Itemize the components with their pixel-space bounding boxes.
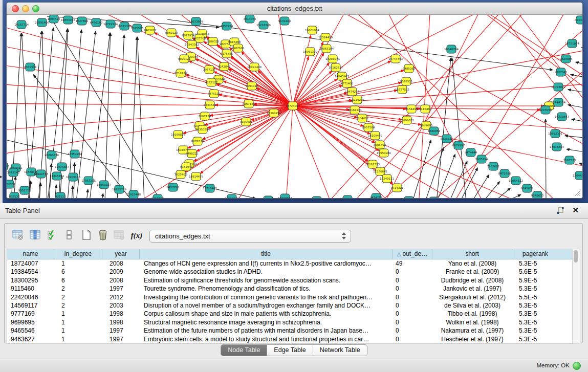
table-cell[interactable]: Embryonic stem cells: a model to study s… [140,335,393,343]
graph-edge[interactable] [546,119,546,198]
table-cell[interactable]: 5.3E-5 [512,326,558,335]
table-cell[interactable]: 5.5E-5 [512,293,558,301]
vertical-scrollbar[interactable] [572,249,580,344]
resize-grip-icon[interactable] [574,189,581,196]
table-cell[interactable]: 5.3E-5 [512,285,558,293]
delete-icon[interactable] [96,228,110,243]
table-cell[interactable]: 2 [54,293,102,301]
column-header-name[interactable]: name [7,249,54,259]
graph-edge[interactable] [416,55,582,198]
graph-edge[interactable] [581,47,582,50]
table-cell[interactable]: 2008 [102,276,140,285]
graph-edge[interactable] [137,37,144,198]
table-row[interactable]: 1938455462009Genome-wide association stu… [7,268,573,276]
table-cell[interactable]: 2009 [102,268,140,276]
table-cell[interactable]: 0 [393,310,432,318]
table-cell[interactable]: 22420046 [7,293,54,301]
select-columns-icon[interactable] [46,228,60,243]
graph-edge[interactable] [565,136,582,138]
function-builder-icon[interactable]: f(x) [129,228,144,243]
table-cell[interactable]: 9777169 [7,310,54,318]
table-selector-dropdown[interactable]: citations_edges.txt [149,230,351,243]
graph-edge[interactable] [576,62,582,65]
table-row[interactable]: 946554611997Estimation of the future num… [7,326,573,335]
table-cell[interactable]: 18300295 [7,276,54,285]
graph-edge[interactable] [275,15,293,106]
table-cell[interactable]: 0 [393,335,432,343]
table-cell[interactable]: 0 [393,326,432,335]
table-cell[interactable]: Dudbridge et al. (2008) [432,276,512,285]
close-panel-icon[interactable]: ✕ [572,206,579,215]
table-cell[interactable]: 5.9E-5 [512,276,558,285]
table-row[interactable]: 2242004622012Investigating the contribut… [7,293,573,301]
column-header-year[interactable]: year [102,249,140,259]
table-cell[interactable]: 9465546 [7,326,54,335]
table-cell[interactable]: 0 [393,268,432,276]
new-file-icon[interactable] [79,228,94,243]
table-cell[interactable]: Yano et al. (2008) [432,259,512,268]
table-cell[interactable]: 2012 [102,293,140,301]
table-cell[interactable]: 5.3E-5 [512,301,558,310]
graph-node[interactable] [264,196,273,198]
graph-edge[interactable] [313,15,582,155]
table-cell[interactable]: 1 [54,335,102,343]
panel-collapse-arrow[interactable]: ▸ [0,174,3,179]
graph-edge[interactable] [229,69,293,106]
graph-edge[interactable] [437,154,455,198]
graph-edge[interactable] [7,106,293,157]
table-cell[interactable]: 0 [393,276,432,285]
table-cell[interactable]: 0 [393,301,432,310]
citation-graph[interactable]: 1405571420591406189351410653287152760264… [7,15,582,198]
network-window-titlebar[interactable]: citations_edges.txt [7,3,582,15]
table-cell[interactable]: 1 [54,326,102,335]
table-cell[interactable]: 0 [393,293,432,301]
table-cell[interactable]: 2003 [102,301,140,310]
table-row[interactable]: 1456911722003Disruption of a novel membe… [7,301,573,310]
table-cell[interactable]: Disruption of a novel member of a sodium… [140,301,393,310]
table-cell[interactable]: 5.6E-5 [512,268,558,276]
table-cell[interactable]: 2 [54,285,102,293]
graph-edge[interactable] [460,168,477,198]
graph-edge[interactable] [60,15,293,106]
table-cell[interactable]: Nakamura et al. (1997) [432,326,512,335]
tab-edge-table[interactable]: Edge Table [267,345,313,356]
graph-edge[interactable] [572,119,582,122]
graph-edge[interactable] [86,189,88,198]
table-cell[interactable]: 19384554 [7,268,54,276]
graph-edge[interactable] [483,182,500,198]
column-header-short[interactable]: short [432,249,512,259]
table-row[interactable]: 946362711997Embryonic stem cells: a mode… [7,335,573,343]
table-cell[interactable]: Genome-wide association studies in ADHD. [140,268,393,276]
table-cell[interactable]: de Silva et al. (2003) [432,301,512,310]
table-cell[interactable]: Corpus callosum shape and size in male p… [140,310,393,318]
graph-edge[interactable] [425,147,444,198]
graph-edge[interactable] [116,198,118,198]
table-cell[interactable]: 2 [54,301,102,310]
table-cell[interactable]: Changes of HCN gene expression and I(f) … [140,259,393,268]
column-header-pagerank[interactable]: pagerank [512,249,558,259]
graph-edge[interactable] [130,37,137,198]
float-panel-icon[interactable] [556,207,564,215]
table-cell[interactable]: Investigating the contribution of common… [140,293,393,301]
column-header-in-degree[interactable]: in_degree [54,249,102,259]
table-cell[interactable]: Tourette syndrome. Phenomenology and cla… [140,285,393,293]
graph-node[interactable] [312,196,321,198]
graph-edge[interactable] [568,105,582,108]
table-cell[interactable]: 2008 [102,259,140,268]
table-cell[interactable]: 18724007 [7,259,54,268]
graph-edge[interactable] [462,15,582,88]
graph-edge[interactable] [378,15,487,198]
delete-table-icon[interactable] [112,228,126,243]
table-cell[interactable]: 1 [54,259,102,268]
graph-edge[interactable] [472,174,489,198]
table-cell[interactable]: Structural magnetic resonance image aver… [140,318,393,326]
tab-node-table[interactable]: Node Table [221,345,267,356]
graph-edge[interactable] [437,58,451,198]
graph-edge[interactable] [49,164,51,198]
table-cell[interactable]: 14569117 [7,301,54,310]
table-cell[interactable]: 5.3E-5 [512,310,558,318]
graph-edge[interactable] [293,106,336,198]
table-row[interactable]: 1872400712008Changes of HCN gene express… [7,259,573,268]
graph-edge[interactable] [72,186,73,198]
table-cell[interactable]: 0 [393,285,432,293]
